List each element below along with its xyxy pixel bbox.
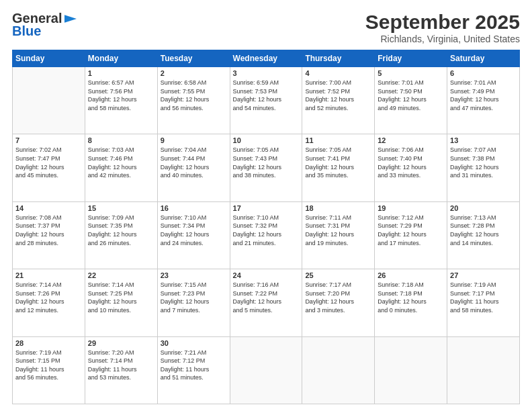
day-number: 3: [233, 69, 300, 77]
calendar-cell: 17Sunrise: 7:10 AMSunset: 7:32 PMDayligh…: [230, 201, 302, 269]
svg-marker-0: [64, 15, 77, 23]
day-number: 11: [305, 136, 371, 144]
day-number: 16: [161, 204, 227, 212]
calendar-cell: 10Sunrise: 7:05 AMSunset: 7:43 PMDayligh…: [230, 134, 302, 201]
calendar-cell: 20Sunrise: 7:13 AMSunset: 7:28 PMDayligh…: [447, 201, 520, 269]
col-monday: Monday: [85, 50, 157, 67]
calendar-cell: 2Sunrise: 6:58 AMSunset: 7:55 PMDaylight…: [157, 67, 230, 134]
day-number: 15: [88, 204, 154, 212]
calendar-cell: 15Sunrise: 7:09 AMSunset: 7:35 PMDayligh…: [85, 201, 157, 269]
day-info: Sunrise: 7:07 AMSunset: 7:38 PMDaylight:…: [450, 146, 517, 179]
day-info: Sunrise: 7:10 AMSunset: 7:32 PMDaylight:…: [233, 214, 300, 247]
day-number: 1: [88, 69, 154, 77]
calendar-cell: 24Sunrise: 7:16 AMSunset: 7:22 PMDayligh…: [230, 269, 302, 336]
day-info: Sunrise: 7:12 AMSunset: 7:29 PMDaylight:…: [378, 214, 444, 247]
day-number: 28: [15, 339, 82, 347]
day-number: 9: [161, 136, 227, 144]
calendar-cell: 9Sunrise: 7:04 AMSunset: 7:44 PMDaylight…: [157, 134, 230, 201]
calendar-cell: 21Sunrise: 7:14 AMSunset: 7:26 PMDayligh…: [13, 269, 85, 336]
day-number: 22: [88, 271, 154, 279]
calendar-week-row: 28Sunrise: 7:19 AMSunset: 7:15 PMDayligh…: [13, 336, 520, 404]
day-number: 10: [233, 136, 300, 144]
day-info: Sunrise: 7:01 AMSunset: 7:49 PMDaylight:…: [450, 79, 517, 112]
calendar-table: Sunday Monday Tuesday Wednesday Thursday…: [12, 50, 520, 404]
calendar-cell: 18Sunrise: 7:11 AMSunset: 7:31 PMDayligh…: [302, 201, 375, 269]
calendar-header-row: Sunday Monday Tuesday Wednesday Thursday…: [13, 50, 520, 67]
calendar-cell: 4Sunrise: 7:00 AMSunset: 7:52 PMDaylight…: [302, 67, 375, 134]
calendar-week-row: 7Sunrise: 7:02 AMSunset: 7:47 PMDaylight…: [13, 134, 520, 201]
day-info: Sunrise: 7:04 AMSunset: 7:44 PMDaylight:…: [161, 146, 227, 179]
title-block: September 2025 Richlands, Virginia, Unit…: [365, 11, 520, 44]
col-friday: Friday: [375, 50, 447, 67]
col-saturday: Saturday: [447, 50, 520, 67]
calendar-cell: [302, 336, 375, 404]
day-info: Sunrise: 7:18 AMSunset: 7:18 PMDaylight:…: [378, 281, 444, 314]
col-wednesday: Wednesday: [230, 50, 302, 67]
day-number: 26: [378, 271, 444, 279]
day-info: Sunrise: 7:09 AMSunset: 7:35 PMDaylight:…: [88, 214, 154, 247]
day-number: 2: [161, 69, 227, 77]
page-header: General Blue September 2025 Richlands, V…: [12, 11, 520, 44]
calendar-cell: 25Sunrise: 7:17 AMSunset: 7:20 PMDayligh…: [302, 269, 375, 336]
day-info: Sunrise: 6:57 AMSunset: 7:56 PMDaylight:…: [88, 79, 154, 112]
calendar-cell: 8Sunrise: 7:03 AMSunset: 7:46 PMDaylight…: [85, 134, 157, 201]
day-number: 17: [233, 204, 300, 212]
calendar-cell: [13, 67, 85, 134]
day-number: 18: [305, 204, 371, 212]
calendar-cell: 27Sunrise: 7:19 AMSunset: 7:17 PMDayligh…: [447, 269, 520, 336]
day-number: 14: [15, 204, 82, 212]
day-info: Sunrise: 7:20 AMSunset: 7:14 PMDaylight:…: [88, 349, 154, 382]
day-number: 24: [233, 271, 300, 279]
day-number: 4: [305, 69, 371, 77]
calendar-cell: 16Sunrise: 7:10 AMSunset: 7:34 PMDayligh…: [157, 201, 230, 269]
day-info: Sunrise: 6:58 AMSunset: 7:55 PMDaylight:…: [161, 79, 227, 112]
logo-icon: [64, 15, 77, 23]
day-number: 20: [450, 204, 517, 212]
col-thursday: Thursday: [302, 50, 375, 67]
calendar-cell: 22Sunrise: 7:14 AMSunset: 7:25 PMDayligh…: [85, 269, 157, 336]
calendar-cell: [375, 336, 447, 404]
day-info: Sunrise: 7:05 AMSunset: 7:41 PMDaylight:…: [305, 146, 371, 179]
day-number: 8: [88, 136, 154, 144]
calendar-cell: 1Sunrise: 6:57 AMSunset: 7:56 PMDaylight…: [85, 67, 157, 134]
logo: General Blue: [12, 11, 77, 39]
day-info: Sunrise: 7:17 AMSunset: 7:20 PMDaylight:…: [305, 281, 371, 314]
calendar-cell: 3Sunrise: 6:59 AMSunset: 7:53 PMDaylight…: [230, 67, 302, 134]
calendar-cell: 11Sunrise: 7:05 AMSunset: 7:41 PMDayligh…: [302, 134, 375, 201]
calendar-week-row: 1Sunrise: 6:57 AMSunset: 7:56 PMDaylight…: [13, 67, 520, 134]
day-info: Sunrise: 7:05 AMSunset: 7:43 PMDaylight:…: [233, 146, 300, 179]
day-number: 12: [378, 136, 444, 144]
calendar-cell: 5Sunrise: 7:01 AMSunset: 7:50 PMDaylight…: [375, 67, 447, 134]
calendar-cell: 6Sunrise: 7:01 AMSunset: 7:49 PMDaylight…: [447, 67, 520, 134]
day-info: Sunrise: 7:14 AMSunset: 7:26 PMDaylight:…: [15, 281, 82, 314]
day-info: Sunrise: 7:10 AMSunset: 7:34 PMDaylight:…: [161, 214, 227, 247]
page-title: September 2025: [365, 11, 520, 34]
day-info: Sunrise: 7:11 AMSunset: 7:31 PMDaylight:…: [305, 214, 371, 247]
day-info: Sunrise: 7:01 AMSunset: 7:50 PMDaylight:…: [378, 79, 444, 112]
day-info: Sunrise: 7:21 AMSunset: 7:12 PMDaylight:…: [161, 349, 227, 382]
logo-blue: Blue: [12, 24, 41, 39]
calendar-cell: 30Sunrise: 7:21 AMSunset: 7:12 PMDayligh…: [157, 336, 230, 404]
day-number: 19: [378, 204, 444, 212]
calendar-week-row: 21Sunrise: 7:14 AMSunset: 7:26 PMDayligh…: [13, 269, 520, 336]
calendar-cell: 29Sunrise: 7:20 AMSunset: 7:14 PMDayligh…: [85, 336, 157, 404]
day-info: Sunrise: 7:13 AMSunset: 7:28 PMDaylight:…: [450, 214, 517, 247]
day-number: 5: [378, 69, 444, 77]
calendar-cell: 7Sunrise: 7:02 AMSunset: 7:47 PMDaylight…: [13, 134, 85, 201]
day-info: Sunrise: 7:02 AMSunset: 7:47 PMDaylight:…: [15, 146, 82, 179]
day-info: Sunrise: 7:19 AMSunset: 7:17 PMDaylight:…: [450, 281, 517, 314]
day-number: 6: [450, 69, 517, 77]
day-info: Sunrise: 7:14 AMSunset: 7:25 PMDaylight:…: [88, 281, 154, 314]
day-number: 30: [161, 339, 227, 347]
calendar-cell: 23Sunrise: 7:15 AMSunset: 7:23 PMDayligh…: [157, 269, 230, 336]
page-subtitle: Richlands, Virginia, United States: [365, 34, 520, 44]
calendar-cell: 26Sunrise: 7:18 AMSunset: 7:18 PMDayligh…: [375, 269, 447, 336]
day-number: 23: [161, 271, 227, 279]
calendar-cell: 28Sunrise: 7:19 AMSunset: 7:15 PMDayligh…: [13, 336, 85, 404]
day-number: 27: [450, 271, 517, 279]
calendar-cell: 12Sunrise: 7:06 AMSunset: 7:40 PMDayligh…: [375, 134, 447, 201]
day-info: Sunrise: 7:08 AMSunset: 7:37 PMDaylight:…: [15, 214, 82, 247]
day-number: 25: [305, 271, 371, 279]
day-info: Sunrise: 7:03 AMSunset: 7:46 PMDaylight:…: [88, 146, 154, 179]
calendar-cell: 14Sunrise: 7:08 AMSunset: 7:37 PMDayligh…: [13, 201, 85, 269]
